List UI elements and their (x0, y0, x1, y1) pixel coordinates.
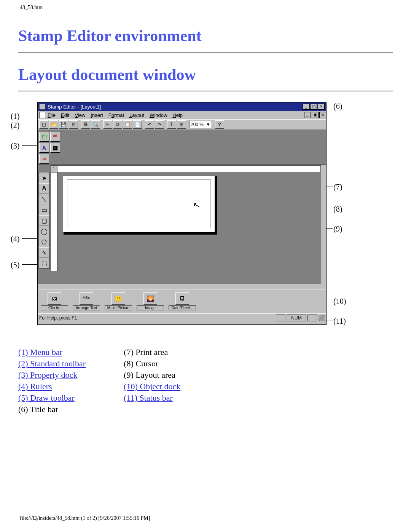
draw-polygon[interactable]: ⬠ (39, 236, 49, 247)
legend-link[interactable]: (5) Draw toolbar (18, 393, 86, 403)
draw-pointer[interactable]: ➤ (39, 173, 49, 183)
prop-btn-1[interactable]: ⬚ (39, 132, 49, 142)
obj-datetime[interactable]: 🗓 Date/Time/... (169, 292, 196, 310)
redo-button[interactable]: ↷ (155, 120, 164, 129)
divider (18, 91, 393, 91)
menu-help[interactable]: Help (172, 112, 183, 118)
draw-text[interactable]: A (39, 183, 49, 194)
mdi-close-button[interactable]: ✕ (319, 112, 326, 118)
scrollbar-horizontal[interactable] (38, 284, 321, 289)
legend-link[interactable]: (3) Property dock (18, 370, 86, 380)
grid-button[interactable]: ⊞ (177, 120, 186, 129)
standard-toolbar: ▢ 📂 💾 ⎘ 🖶 🔍 ✂ ⧉ 📋 📄 ↶ ↷ T ⊞ 200 %▼ (38, 119, 326, 130)
canvas-area: in ➤ A ＼ ▭ ▢ ◯ ⬠ ∿ ⬚ ↖ (38, 165, 326, 289)
paste2-button[interactable]: 📄 (133, 120, 142, 129)
legend-text: (6) Title bar (18, 404, 86, 414)
image-icon: 🌄 (143, 292, 157, 305)
legend-link[interactable]: (4) Rulers (18, 382, 86, 391)
callout-5: (5) (11, 260, 19, 269)
draw-marquee[interactable]: ⬚ (39, 258, 49, 268)
prop-btn-3[interactable]: A (39, 143, 49, 153)
status-cell-1 (276, 315, 285, 321)
draw-roundrect[interactable]: ▢ (39, 215, 49, 226)
mdi-icon[interactable] (39, 112, 45, 118)
saveall-button[interactable]: ⎘ (69, 120, 78, 129)
callout-2: (2) (11, 121, 19, 130)
open-button[interactable]: 📂 (49, 120, 58, 129)
h1-environment: Stamp Editor environment (18, 27, 393, 45)
mdi-min-button[interactable]: _ (304, 112, 311, 118)
makepicture-icon: 🙂 (112, 292, 125, 305)
menu-bar: File Edit View Insert Format Layout Wind… (38, 111, 326, 119)
callout-11: (11) (333, 317, 346, 326)
callout-6: (6) (333, 102, 342, 111)
prop-btn-5[interactable]: ⇥ (39, 154, 49, 164)
draw-toolbar: ➤ A ＼ ▭ ▢ ◯ ⬠ ∿ ⬚ (38, 172, 50, 269)
menu-window[interactable]: Window (150, 112, 167, 118)
clipart-icon: 🗂 (48, 292, 61, 305)
callout-4: (4) (11, 235, 19, 243)
prop-btn-2[interactable]: ᴬᴮ (50, 132, 60, 142)
obj-clipart[interactable]: 🗂 Clip Art (41, 292, 68, 310)
zoom-select[interactable]: 200 %▼ (189, 121, 212, 128)
datetime-icon: 🗓 (175, 292, 189, 305)
status-num: NUM (287, 315, 306, 321)
callout-10: (10) (333, 297, 346, 306)
legend-text: (9) Layout area (124, 370, 180, 380)
callout-7: (7) (333, 183, 342, 192)
text-button[interactable]: T (167, 120, 176, 129)
cut-button[interactable]: ✂ (103, 120, 112, 129)
callout-3: (3) (11, 142, 19, 150)
draw-line[interactable]: ＼ (39, 194, 49, 204)
paste-button[interactable]: 📋 (123, 120, 132, 129)
prop-btn-4[interactable]: ▦ (50, 143, 60, 153)
arrangetext-icon: ᴬᴮᶜ (80, 292, 93, 305)
scrollbar-vertical[interactable] (321, 165, 326, 289)
obj-makepicture[interactable]: 🙂 Make Picture (105, 292, 132, 310)
callout-8: (8) (333, 205, 342, 214)
menu-file[interactable]: File (48, 112, 56, 118)
draw-ellipse[interactable]: ◯ (39, 226, 49, 236)
preview-button[interactable]: 🔍 (91, 120, 100, 129)
print-area (67, 179, 211, 228)
maximize-button[interactable]: ▢ (310, 104, 317, 110)
legend-text: (7) Print area (124, 347, 180, 357)
menu-edit[interactable]: Edit (61, 112, 69, 118)
ruler-horizontal[interactable] (51, 165, 321, 172)
divider (18, 52, 393, 53)
legend-link[interactable]: (11) Status bar (124, 393, 180, 403)
close-button[interactable]: ✕ (318, 104, 325, 110)
legend-link[interactable]: (2) Standard toolbar (18, 359, 86, 369)
new-button[interactable]: ▢ (39, 120, 48, 129)
callout-9: (9) (333, 225, 342, 233)
page-header-label: 48_58.htm (20, 5, 43, 11)
minimize-button[interactable]: _ (303, 104, 309, 110)
app-window: Stamp Editor - [Layout1] _ ▢ ✕ File Edit… (37, 102, 327, 325)
help-button[interactable]: ? (215, 120, 224, 129)
status-cell-3 (307, 315, 317, 321)
obj-image[interactable]: 🌄 Image (137, 292, 164, 310)
mdi-restore-button[interactable]: ▣ (312, 112, 319, 118)
legend-link[interactable]: (10) Object dock (124, 382, 180, 391)
page-footer-label: file:///E|/insiders/48_58.htm (1 of 2) [… (20, 515, 150, 521)
app-title: Stamp Editor - [Layout1] (48, 104, 101, 110)
h1-layout: Layout document window (18, 66, 393, 84)
obj-arrangetext[interactable]: ᴬᴮᶜ Arrange Text (73, 292, 100, 310)
resize-grip[interactable] (319, 315, 325, 321)
legend-text: (8) Cursor (124, 359, 180, 369)
save-button[interactable]: 💾 (59, 120, 68, 129)
draw-rect[interactable]: ▭ (39, 204, 49, 215)
menu-layout[interactable]: Layout (129, 112, 144, 118)
ruler-vertical[interactable] (51, 172, 57, 271)
property-dock: ⬚ ᴬᴮ A ▦ ⇥ (38, 130, 326, 165)
status-bar: For Help, press F1 NUM (38, 313, 326, 322)
menu-format[interactable]: Format (108, 112, 124, 118)
copy-button[interactable]: ⧉ (113, 120, 122, 129)
menu-insert[interactable]: Insert (91, 112, 103, 118)
draw-curve[interactable]: ∿ (39, 247, 49, 258)
ruler-corner: in (51, 165, 57, 172)
undo-button[interactable]: ↶ (145, 120, 154, 129)
legend-link[interactable]: (1) Menu bar (18, 347, 86, 357)
menu-view[interactable]: View (75, 112, 85, 118)
print-button[interactable]: 🖶 (81, 120, 90, 129)
